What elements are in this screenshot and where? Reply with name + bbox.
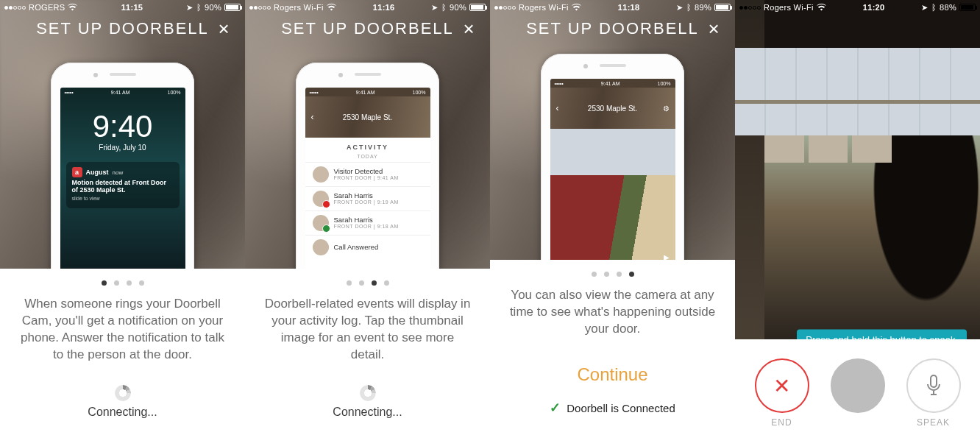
battery-pct: 89% (695, 3, 711, 12)
activity-row: Sarah HarrisFRONT DOOR | 9:18 AM (305, 211, 430, 235)
phone-mockup: •••••9:41 AM100% ‹ 2530 Maple St. ⚙ (541, 54, 684, 260)
connected-label: Doorbell is Connected (567, 402, 675, 414)
hero-image: SET UP DOORBELL × •••••9:41 AM100% 9:40 … (0, 0, 245, 269)
onboarding-description: You can also view the camera at any time… (490, 277, 735, 338)
signal-dots-icon (249, 6, 271, 10)
onboarding-pane-1: ROGERS 11:15 ➤ ᛒ 90% SET UP DOORBELL × •… (0, 0, 245, 435)
lock-time: 9:40 (60, 111, 185, 142)
onboarding-description: Doorbell-related events will display in … (245, 286, 490, 364)
battery-icon (714, 4, 731, 11)
battery-icon (469, 4, 486, 11)
status-time: 11:20 (863, 3, 885, 12)
connecting-label: Connecting... (88, 406, 157, 419)
live-camera-feed[interactable]: Press and hold this button to speak. (735, 0, 980, 339)
svg-rect-0 (931, 375, 937, 387)
battery-pct: 90% (450, 3, 466, 12)
close-button[interactable]: × (459, 19, 478, 38)
check-icon: ✓ (550, 400, 561, 416)
battery-icon (959, 4, 976, 11)
status-time: 11:15 (121, 3, 143, 12)
bluetooth-icon: ᛒ (196, 3, 202, 12)
notif-slide-hint: slide to view (72, 196, 174, 201)
battery-pct: 88% (940, 3, 956, 12)
pager-dots[interactable] (245, 280, 490, 286)
carrier-label: Rogers Wi-Fi (274, 3, 324, 12)
location-icon: ➤ (186, 3, 193, 13)
connected-status: ✓ Doorbell is Connected (490, 385, 735, 435)
connecting-status: Connecting... (245, 385, 490, 435)
location-icon: ➤ (921, 3, 928, 13)
spinner-icon (360, 385, 376, 401)
wifi-icon (68, 4, 77, 11)
activity-row: Visitor DetectedFRONT DOOR | 9:41 AM (305, 162, 430, 186)
status-bar: Rogers Wi-Fi 11:20 ➤ ᛒ 88% (735, 0, 980, 15)
page-title: SET UP DOORBELL (526, 19, 699, 38)
speak-button[interactable] (906, 358, 961, 413)
phone-screen-camera: •••••9:41 AM100% ‹ 2530 Maple St. ⚙ (550, 79, 675, 260)
page-title: SET UP DOORBELL (36, 19, 209, 38)
signal-dots-icon (739, 6, 761, 10)
carrier-label: Rogers Wi-Fi (519, 3, 569, 12)
hero-image: SET UP DOORBELL × •••••9:41 AM100% ‹ 253… (245, 0, 490, 269)
location-icon: ➤ (431, 3, 438, 13)
signal-dots-icon (494, 6, 516, 10)
close-button[interactable]: × (704, 19, 723, 38)
gear-icon: ⚙ (663, 105, 670, 113)
notification-card: a August now Motion detected at Front Do… (66, 162, 180, 208)
wifi-icon (572, 4, 581, 11)
connecting-status: Connecting... (0, 385, 245, 435)
address-label: 2530 Maple St. (343, 113, 392, 121)
status-bar: ROGERS 11:15 ➤ ᛒ 90% (0, 0, 245, 15)
onboarding-pane-2: Rogers Wi-Fi 11:16 ➤ ᛒ 90% SET UP DOORBE… (245, 0, 490, 435)
end-label: END (771, 417, 792, 428)
activity-row: Call Answered (305, 235, 430, 259)
call-controls: ✕ END SPEAK (735, 339, 980, 435)
speak-label: SPEAK (917, 417, 950, 428)
bluetooth-icon: ᛒ (686, 3, 692, 12)
address-label: 2530 Maple St. (588, 105, 637, 113)
activity-row: Sarah HarrisFRONT DOOR | 9:19 AM (305, 186, 430, 211)
hero-image: SET UP DOORBELL × •••••9:41 AM100% ‹ 253… (490, 0, 735, 260)
end-call-button[interactable]: ✕ (755, 358, 809, 413)
notif-app-name: August (86, 169, 109, 176)
onboarding-pane-3: Rogers Wi-Fi 11:18 ➤ ᛒ 89% SET UP DOORBE… (490, 0, 735, 435)
speak-tooltip: Press and hold this button to speak. (797, 330, 967, 340)
phone-mockup: •••••9:41 AM100% 9:40 Friday, July 10 a … (51, 63, 194, 269)
status-time: 11:16 (373, 3, 395, 12)
snapshot-button[interactable] (831, 358, 885, 413)
status-bar: Rogers Wi-Fi 11:16 ➤ ᛒ 90% (245, 0, 490, 15)
close-icon: ✕ (773, 374, 790, 398)
status-time: 11:18 (618, 3, 640, 12)
carrier-label: ROGERS (29, 3, 65, 12)
connecting-label: Connecting... (333, 406, 402, 419)
status-bar: Rogers Wi-Fi 11:18 ➤ ᛒ 89% (490, 0, 735, 15)
spinner-icon (115, 385, 131, 401)
activity-section-header: ACTIVITY (305, 138, 430, 154)
bluetooth-icon: ᛒ (931, 3, 937, 12)
notif-message: Motion detected at Front Door of 2530 Ma… (72, 179, 174, 194)
activity-day-label: TODAY (305, 154, 430, 162)
onboarding-description: When someone rings your Doorbell Cam, yo… (0, 286, 245, 364)
page-title: SET UP DOORBELL (281, 19, 454, 38)
close-button[interactable]: × (214, 19, 233, 38)
microphone-icon (925, 375, 942, 397)
location-icon: ➤ (676, 3, 683, 13)
battery-icon (224, 4, 241, 11)
continue-button[interactable]: Continue (577, 364, 647, 384)
live-view-pane: Rogers Wi-Fi 11:20 ➤ ᛒ 88% Press and hol… (735, 0, 980, 435)
carrier-label: Rogers Wi-Fi (764, 3, 814, 12)
back-chevron-icon: ‹ (311, 112, 314, 122)
phone-screen-activity: •••••9:41 AM100% ‹ 2530 Maple St. ACTIVI… (305, 88, 430, 269)
camera-preview (550, 129, 675, 260)
back-chevron-icon: ‹ (556, 103, 559, 113)
signal-dots-icon (4, 6, 26, 10)
wifi-icon (817, 4, 826, 11)
app-icon: a (72, 167, 82, 177)
wifi-icon (327, 4, 336, 11)
pager-dots[interactable] (490, 272, 735, 277)
phone-mockup: •••••9:41 AM100% ‹ 2530 Maple St. ACTIVI… (296, 63, 439, 269)
battery-pct: 90% (205, 3, 221, 12)
pager-dots[interactable] (0, 280, 245, 286)
lock-date: Friday, July 10 (60, 144, 185, 152)
notif-when: now (113, 169, 124, 176)
